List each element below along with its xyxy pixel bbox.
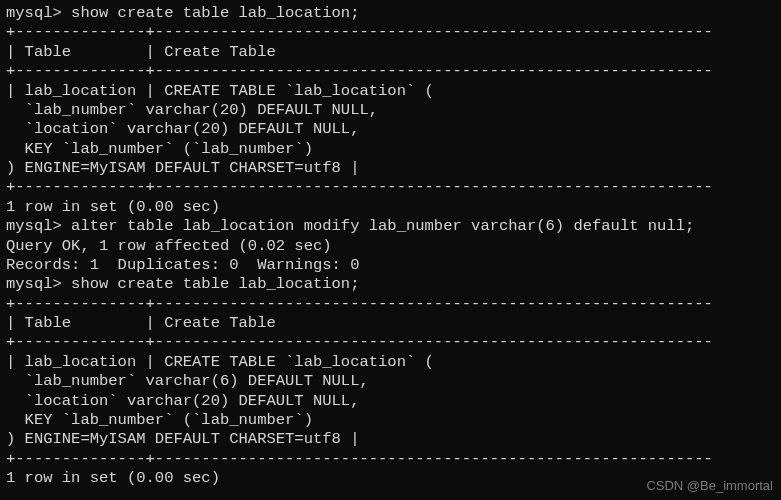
- watermark: CSDN @Be_immortal: [646, 478, 773, 494]
- table-header: | Table | Create Table: [6, 314, 775, 333]
- table-border: +--------------+------------------------…: [6, 62, 775, 81]
- table-row: KEY `lab_number` (`lab_number`): [6, 411, 775, 430]
- table-row: `lab_number` varchar(6) DEFAULT NULL,: [6, 372, 775, 391]
- table-border: +--------------+------------------------…: [6, 23, 775, 42]
- table-row: ) ENGINE=MyISAM DEFAULT CHARSET=utf8 |: [6, 430, 775, 449]
- terminal-line: mysql> show create table lab_location;: [6, 4, 775, 23]
- table-row: `location` varchar(20) DEFAULT NULL,: [6, 120, 775, 139]
- table-row: | lab_location | CREATE TABLE `lab_locat…: [6, 353, 775, 372]
- table-row: `lab_number` varchar(20) DEFAULT NULL,: [6, 101, 775, 120]
- table-row: ) ENGINE=MyISAM DEFAULT CHARSET=utf8 |: [6, 159, 775, 178]
- terminal-output[interactable]: mysql> show create table lab_location; +…: [6, 4, 775, 488]
- table-border: +--------------+------------------------…: [6, 333, 775, 352]
- table-border: +--------------+------------------------…: [6, 178, 775, 197]
- result-status: 1 row in set (0.00 sec): [6, 198, 775, 217]
- terminal-line: mysql> show create table lab_location;: [6, 275, 775, 294]
- table-row: KEY `lab_number` (`lab_number`): [6, 140, 775, 159]
- table-row: `location` varchar(20) DEFAULT NULL,: [6, 392, 775, 411]
- table-row: | lab_location | CREATE TABLE `lab_locat…: [6, 82, 775, 101]
- table-border: +--------------+------------------------…: [6, 450, 775, 469]
- result-status: Query OK, 1 row affected (0.02 sec): [6, 237, 775, 256]
- table-border: +--------------+------------------------…: [6, 295, 775, 314]
- table-header: | Table | Create Table: [6, 43, 775, 62]
- result-status: Records: 1 Duplicates: 0 Warnings: 0: [6, 256, 775, 275]
- terminal-line: mysql> alter table lab_location modify l…: [6, 217, 775, 236]
